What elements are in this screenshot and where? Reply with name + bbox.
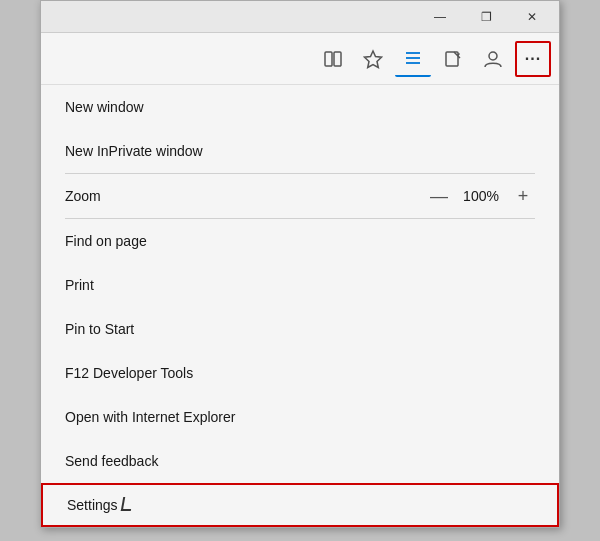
- zoom-increase-button[interactable]: +: [511, 184, 535, 208]
- note-icon[interactable]: [435, 41, 471, 77]
- menu-panel: New window New InPrivate window Zoom — 1…: [41, 85, 559, 527]
- cursor-icon: [120, 497, 132, 511]
- zoom-value: 100%: [463, 188, 499, 204]
- zoom-label: Zoom: [65, 188, 427, 204]
- menu-item-print[interactable]: Print: [41, 263, 559, 307]
- maximize-button[interactable]: ❐: [463, 1, 509, 33]
- menu-item-new-inprivate[interactable]: New InPrivate window: [41, 129, 559, 173]
- f12-tools-label: F12 Developer Tools: [65, 365, 193, 381]
- minimize-button[interactable]: —: [417, 1, 463, 33]
- close-button[interactable]: ✕: [509, 1, 555, 33]
- more-menu-button[interactable]: ···: [515, 41, 551, 77]
- zoom-controls: — 100% +: [427, 184, 535, 208]
- hub-icon[interactable]: [395, 41, 431, 77]
- toolbar: ···: [41, 33, 559, 85]
- send-feedback-label: Send feedback: [65, 453, 158, 469]
- menu-item-pin-to-start[interactable]: Pin to Start: [41, 307, 559, 351]
- svg-rect-1: [334, 52, 341, 66]
- menu-item-find-on-page[interactable]: Find on page: [41, 219, 559, 263]
- pin-to-start-label: Pin to Start: [65, 321, 134, 337]
- menu-item-settings[interactable]: Settings: [41, 483, 559, 527]
- zoom-decrease-button[interactable]: —: [427, 184, 451, 208]
- settings-label: Settings: [67, 497, 118, 513]
- menu-item-new-window[interactable]: New window: [41, 85, 559, 129]
- profile-icon[interactable]: [475, 41, 511, 77]
- find-on-page-label: Find on page: [65, 233, 147, 249]
- menu-item-send-feedback[interactable]: Send feedback: [41, 439, 559, 483]
- menu-item-f12-tools[interactable]: F12 Developer Tools: [41, 351, 559, 395]
- title-bar: — ❐ ✕: [41, 1, 559, 33]
- svg-rect-0: [325, 52, 332, 66]
- browser-window: — ❐ ✕: [40, 0, 560, 528]
- svg-point-8: [489, 52, 497, 60]
- new-window-label: New window: [65, 99, 144, 115]
- menu-item-open-ie[interactable]: Open with Internet Explorer: [41, 395, 559, 439]
- zoom-row: Zoom — 100% +: [41, 174, 559, 218]
- print-label: Print: [65, 277, 94, 293]
- open-ie-label: Open with Internet Explorer: [65, 409, 235, 425]
- favorites-icon[interactable]: [355, 41, 391, 77]
- reading-view-icon[interactable]: [315, 41, 351, 77]
- new-inprivate-label: New InPrivate window: [65, 143, 203, 159]
- svg-marker-2: [365, 51, 382, 68]
